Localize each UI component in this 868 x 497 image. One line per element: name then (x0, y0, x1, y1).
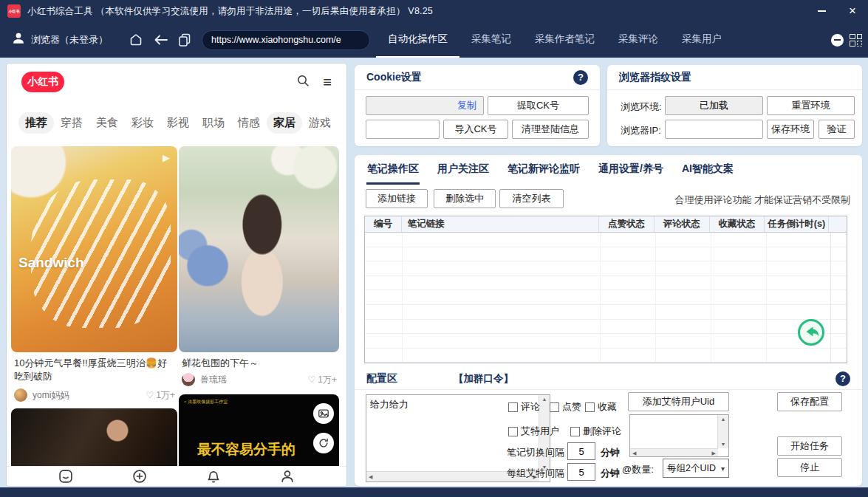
category-games[interactable]: 游戏 (302, 112, 338, 134)
nav-create-icon[interactable] (131, 468, 148, 484)
checkbox-delete-comment[interactable]: 删除评论 (570, 425, 621, 438)
start-task-button[interactable]: 开始任务 (777, 436, 842, 456)
note-links-table: 编号 笔记链接 点赞状态 评论状态 收藏状态 任务倒计时(s) (364, 216, 847, 363)
help-icon[interactable]: ? (835, 371, 850, 386)
scroll-left-icon[interactable]: ◀ (632, 450, 636, 456)
import-ck-button[interactable]: 导入CK号 (443, 120, 508, 139)
category-outfit[interactable]: 穿搭 (54, 112, 89, 134)
xhs-logo[interactable]: 小红书 (21, 72, 64, 92)
vertical-scrollbar[interactable]: ▲ ▼ (717, 415, 728, 448)
tab-general-settings[interactable]: 通用设置/养号 (598, 155, 664, 185)
back-arrow-icon[interactable] (153, 32, 169, 47)
note-title[interactable]: 鲜花包围的下午～ (182, 357, 337, 370)
copy-link[interactable]: 复制 (457, 99, 476, 112)
nav-tab-collect-comments[interactable]: 采集评论 (606, 22, 670, 58)
nav-profile-icon[interactable] (279, 468, 295, 484)
play-icon: ▶ (163, 152, 170, 163)
tab-ai-copywriting[interactable]: AI智能文案 (681, 155, 734, 185)
category-makeup[interactable]: 彩妆 (125, 112, 160, 134)
extract-ck-button[interactable]: 提取CK号 (488, 96, 589, 115)
table-body[interactable] (365, 233, 847, 363)
minimize-button[interactable] (806, 0, 837, 22)
nav-home-icon[interactable] (58, 468, 74, 484)
heart-icon: ♡ (146, 390, 154, 400)
category-home[interactable]: 家居 (267, 112, 302, 134)
reset-env-button[interactable]: 重置环境 (767, 96, 855, 115)
horizontal-scrollbar[interactable]: ◀ ▶ (630, 448, 718, 456)
tab-note-operations[interactable]: 笔记操作区 (366, 155, 420, 185)
checkbox-box[interactable] (570, 427, 580, 436)
checkbox-box[interactable] (508, 402, 518, 412)
cookie-display-field[interactable]: 复制 (366, 96, 484, 115)
checkbox-comment[interactable]: 评论 (508, 400, 540, 414)
hamburger-menu-icon[interactable]: ≡ (323, 75, 332, 89)
checkbox-like[interactable]: 点赞 (550, 400, 581, 414)
uid-listbox[interactable]: ▲ ▼ ◀ ▶ (629, 414, 729, 457)
table-header: 编号 笔记链接 点赞状态 评论状态 收藏状态 任务倒计时(s) (365, 216, 847, 233)
at-count-dropdown[interactable]: 每组2个UID ▾ (663, 459, 729, 478)
note-interval-input[interactable] (567, 442, 595, 460)
col-note-link: 笔记链接 (402, 216, 599, 232)
help-icon[interactable]: ? (573, 70, 588, 85)
table-row (365, 261, 847, 276)
tab-user-follow[interactable]: 用户关注区 (437, 155, 490, 185)
category-career[interactable]: 职场 (196, 112, 231, 134)
feed-card-movie[interactable] (11, 408, 177, 467)
author-name[interactable]: 兽琉瑶 (200, 374, 227, 386)
author-name[interactable]: yomi妈妈 (33, 389, 69, 402)
close-button[interactable]: × (837, 0, 868, 22)
toolbar-right-icons (831, 22, 862, 58)
nav-tab-collect-users[interactable]: 采集用户 (670, 22, 734, 58)
verify-button[interactable]: 验证 (819, 120, 855, 139)
category-recommend[interactable]: 推荐 (18, 112, 54, 134)
clear-login-button[interactable]: 清理登陆信息 (512, 120, 589, 139)
back-float-button[interactable] (797, 318, 825, 346)
checkbox-at-user[interactable]: 艾特用户 (508, 425, 559, 438)
refresh-pages-icon[interactable] (177, 32, 192, 47)
at-interval-input[interactable] (567, 463, 595, 481)
feed-card-flowers[interactable] (179, 146, 339, 352)
home-icon[interactable] (129, 32, 143, 47)
checkbox-favorite[interactable]: 收藏 (585, 400, 617, 414)
tab-new-comment-monitor[interactable]: 笔记新评论监听 (507, 155, 581, 185)
avatar[interactable] (14, 388, 27, 402)
nav-tab-collect-author-notes[interactable]: 采集作者笔记 (523, 22, 606, 58)
category-food[interactable]: 美食 (89, 112, 125, 134)
like-count[interactable]: ♡1万+ (308, 374, 337, 386)
clear-list-button[interactable]: 清空列表 (499, 189, 564, 208)
category-movies[interactable]: 影视 (160, 112, 196, 134)
scroll-down-icon[interactable]: ▼ (721, 442, 726, 447)
checkbox-box[interactable] (550, 402, 559, 412)
scroll-up-icon[interactable]: ▲ (721, 417, 726, 422)
save-env-button[interactable]: 保存环境 (767, 120, 814, 139)
nav-tab-collect-notes[interactable]: 采集笔记 (459, 22, 523, 58)
add-link-button[interactable]: 添加链接 (366, 189, 428, 208)
nav-notifications-icon[interactable] (205, 468, 222, 484)
col-countdown: 任务倒计时(s) (765, 216, 829, 232)
scroll-right-icon[interactable]: ▶ (712, 450, 716, 456)
qr-code-icon[interactable] (850, 34, 862, 47)
add-at-uid-button[interactable]: 添加艾特用户Uid (628, 392, 729, 411)
ck-number-input[interactable] (366, 120, 440, 139)
nav-tab-automation[interactable]: 自动化操作区 (376, 22, 459, 58)
refresh-button[interactable] (313, 433, 334, 453)
save-config-button[interactable]: 保存配置 (777, 392, 842, 411)
scroll-up-icon[interactable]: ▲ (542, 397, 547, 402)
category-emotion[interactable]: 情感 (231, 112, 267, 134)
stop-button[interactable]: 停止 (777, 458, 842, 477)
scroll-left-icon[interactable]: ◀ (369, 474, 372, 479)
window-title: 小红书综合工具 （本软件仅供学习交流使用，请勿用于非法用途，一切后果由使用者承担… (27, 5, 433, 18)
browser-ip-input[interactable] (665, 120, 763, 139)
avatar[interactable] (182, 373, 195, 386)
feed-card-sandwich[interactable]: ▶ Sandwich (11, 146, 177, 352)
url-input[interactable] (202, 30, 370, 50)
feed-card-video[interactable]: < 浓墨映像摄影工作室 最不容易分手的 (179, 394, 339, 467)
note-title[interactable]: 10分钟元气早餐!!厚蛋烧三明治🍔好吃到破防 (14, 357, 175, 383)
search-icon[interactable] (296, 74, 310, 90)
like-count[interactable]: ♡1万+ (146, 389, 175, 402)
collapse-icon[interactable] (831, 34, 844, 47)
checkbox-box[interactable] (585, 402, 595, 412)
delete-selected-button[interactable]: 删除选中 (434, 189, 496, 208)
image-mode-button[interactable] (313, 403, 334, 424)
checkbox-box[interactable] (508, 427, 518, 436)
